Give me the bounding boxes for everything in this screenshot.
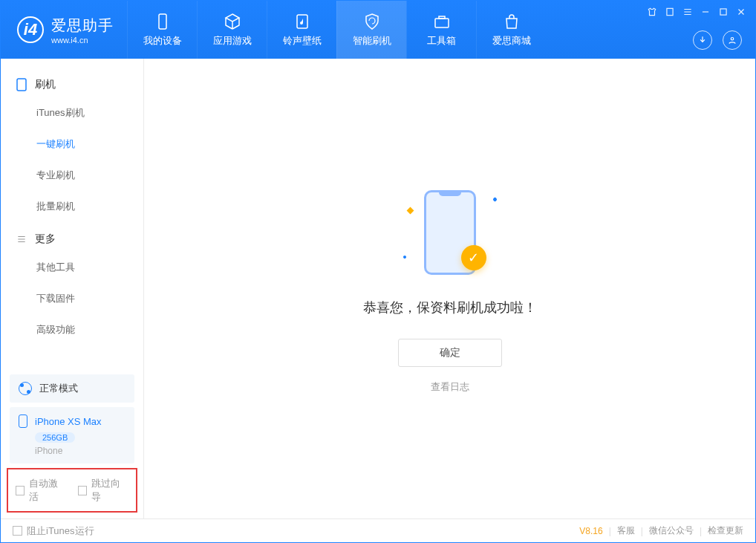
tab-toolbox[interactable]: 工具箱 bbox=[406, 1, 476, 59]
nav-label: 我的设备 bbox=[143, 34, 182, 48]
sidebar-item-itunes-flash[interactable]: iTunes刷机 bbox=[1, 97, 143, 129]
toolbox-icon bbox=[432, 12, 452, 31]
checkbox-auto-activate[interactable]: 自动激活 bbox=[16, 477, 66, 504]
mode-card[interactable]: 正常模式 bbox=[10, 374, 134, 403]
music-file-icon bbox=[293, 12, 312, 31]
checkbox-skip-wizard[interactable]: 跳过向导 bbox=[78, 477, 128, 504]
body: 刷机 iTunes刷机 一键刷机 专业刷机 批量刷机 更多 其他工具 下载固件 … bbox=[1, 59, 755, 518]
version-label: V8.16 bbox=[579, 526, 602, 536]
list-icon bbox=[16, 233, 27, 245]
maximize-icon[interactable] bbox=[718, 7, 729, 17]
svg-rect-4 bbox=[667, 8, 673, 15]
main-nav: 我的设备 应用游戏 铃声壁纸 智能刷机 工具箱 爱思商城 bbox=[127, 1, 546, 59]
status-link-support[interactable]: 客服 bbox=[617, 524, 635, 537]
success-illustration: ✓ bbox=[402, 184, 498, 281]
svg-rect-0 bbox=[159, 14, 166, 29]
close-icon[interactable] bbox=[736, 7, 746, 17]
status-link-wechat[interactable]: 微信公众号 bbox=[649, 524, 694, 537]
bag-icon bbox=[502, 12, 521, 31]
cube-icon bbox=[223, 12, 242, 31]
checkbox-icon bbox=[78, 486, 87, 495]
tab-my-device[interactable]: 我的设备 bbox=[127, 1, 197, 59]
window-controls bbox=[647, 7, 746, 17]
sidebar-item-oneclick-flash[interactable]: 一键刷机 bbox=[1, 129, 143, 160]
titlebar: i4 爱思助手 www.i4.cn 我的设备 应用游戏 铃声壁纸 智能刷机 工具… bbox=[1, 1, 755, 59]
note-icon[interactable] bbox=[665, 7, 675, 17]
checkbox-label: 阻止iTunes运行 bbox=[27, 524, 94, 538]
device-card[interactable]: iPhone XS Max 256GB iPhone bbox=[10, 407, 134, 464]
sidebar-section-flash: 刷机 bbox=[1, 68, 143, 97]
nav-label: 爱思商城 bbox=[492, 34, 531, 48]
sidebar-item-pro-flash[interactable]: 专业刷机 bbox=[1, 160, 143, 191]
svg-rect-5 bbox=[720, 9, 726, 15]
device-type: iPhone bbox=[35, 446, 126, 456]
sidebar-item-advanced[interactable]: 高级功能 bbox=[1, 314, 143, 345]
sidebar-item-download-firmware[interactable]: 下载固件 bbox=[1, 283, 143, 314]
tab-ringtones[interactable]: 铃声壁纸 bbox=[267, 1, 336, 59]
tshirt-icon[interactable] bbox=[647, 7, 657, 17]
checkbox-block-itunes[interactable]: 阻止iTunes运行 bbox=[13, 524, 94, 538]
mode-icon bbox=[19, 382, 32, 395]
section-title-text: 更多 bbox=[35, 233, 56, 246]
mode-label: 正常模式 bbox=[39, 382, 78, 395]
nav-label: 智能刷机 bbox=[353, 34, 391, 48]
status-link-update[interactable]: 检查更新 bbox=[708, 524, 743, 537]
app-name: 爱思助手 bbox=[51, 16, 114, 36]
svg-rect-3 bbox=[439, 16, 445, 19]
tab-flash[interactable]: 智能刷机 bbox=[336, 1, 406, 59]
phone-icon bbox=[19, 414, 27, 428]
statusbar: 阻止iTunes运行 V8.16 | 客服 | 微信公众号 | 检查更新 bbox=[1, 518, 755, 542]
view-log-link[interactable]: 查看日志 bbox=[431, 380, 469, 394]
device-name: iPhone XS Max bbox=[35, 416, 102, 427]
sidebar: 刷机 iTunes刷机 一键刷机 专业刷机 批量刷机 更多 其他工具 下载固件 … bbox=[1, 59, 144, 518]
download-icon[interactable] bbox=[693, 30, 712, 50]
tab-store[interactable]: 爱思商城 bbox=[476, 1, 546, 59]
success-message: 恭喜您，保资料刷机成功啦！ bbox=[363, 299, 537, 316]
device-icon bbox=[153, 12, 172, 31]
ok-button[interactable]: 确定 bbox=[398, 339, 502, 367]
menu-icon[interactable] bbox=[682, 7, 693, 17]
device-panel: 正常模式 iPhone XS Max 256GB iPhone 自动激活 跳过向… bbox=[1, 370, 143, 518]
minimize-icon[interactable] bbox=[700, 7, 711, 17]
tab-apps[interactable]: 应用游戏 bbox=[197, 1, 267, 59]
device-storage: 256GB bbox=[35, 432, 75, 443]
options-row: 自动激活 跳过向导 bbox=[7, 468, 137, 513]
svg-point-6 bbox=[731, 38, 734, 41]
nav-label: 工具箱 bbox=[427, 34, 456, 48]
checkbox-label: 自动激活 bbox=[29, 477, 66, 504]
app-site: www.i4.cn bbox=[51, 36, 114, 45]
checkbox-icon bbox=[13, 526, 22, 536]
sidebar-section-more: 更多 bbox=[1, 222, 143, 252]
header-actions bbox=[693, 30, 742, 50]
checkbox-label: 跳过向导 bbox=[91, 477, 128, 504]
svg-rect-2 bbox=[435, 19, 449, 27]
logo-icon: i4 bbox=[17, 16, 44, 43]
nav-label: 铃声壁纸 bbox=[283, 34, 322, 48]
sidebar-item-batch-flash[interactable]: 批量刷机 bbox=[1, 191, 143, 222]
checkbox-icon bbox=[16, 486, 25, 495]
nav-label: 应用游戏 bbox=[213, 34, 252, 48]
svg-rect-7 bbox=[17, 79, 26, 91]
user-icon[interactable] bbox=[723, 30, 742, 50]
section-title-text: 刷机 bbox=[35, 78, 56, 91]
app-logo: i4 爱思助手 www.i4.cn bbox=[1, 16, 127, 45]
main-content: ✓ 恭喜您，保资料刷机成功啦！ 确定 查看日志 bbox=[144, 59, 755, 518]
check-badge-icon: ✓ bbox=[461, 245, 486, 270]
sidebar-item-other-tools[interactable]: 其他工具 bbox=[1, 252, 143, 283]
shield-refresh-icon bbox=[362, 12, 382, 31]
phone-outline-icon bbox=[16, 79, 27, 91]
